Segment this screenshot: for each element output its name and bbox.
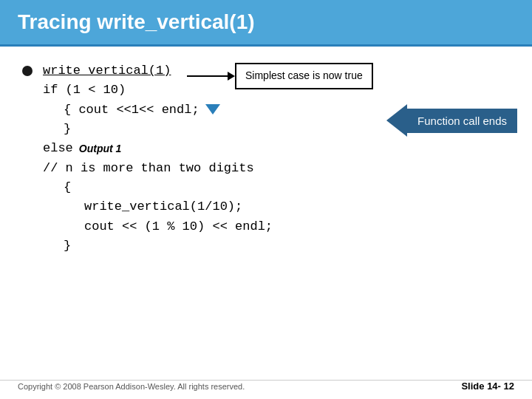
code-text-line7: { (64, 178, 71, 197)
callout-triangle (386, 104, 407, 137)
code-line-2: if (1 < 10) (43, 81, 273, 100)
code-line-6: // n is more than two digits (43, 159, 273, 178)
code-line-4: } (64, 120, 273, 139)
code-text-line4: } (64, 120, 71, 139)
down-arrow-icon (205, 104, 220, 115)
code-text-else: else (43, 139, 73, 158)
slide-content: write_vertical(1) Simplest case is now t… (0, 47, 532, 266)
func-callout-container: Function call ends (386, 104, 517, 137)
output-label: Output 1 (79, 141, 122, 157)
code-line-9: cout << (1 % 10) << endl; (84, 217, 273, 236)
code-shift: << endl; (139, 100, 200, 120)
slide-title: Tracing write_vertical(1) (18, 10, 514, 34)
func-callout-box: Function call ends (407, 109, 517, 133)
arrow-line (187, 75, 228, 77)
slide-footer: Copyright © 2008 Pearson Addison-Wesley.… (0, 380, 532, 392)
code-text-line2: if (1 < 10) (43, 81, 126, 100)
arrowhead (228, 72, 235, 81)
code-line-1: write_vertical(1) Simplest case is now t… (43, 61, 273, 81)
code-text-line9: cout << (1 % 10) << endl; (84, 217, 273, 236)
code-line-8: write_vertical(1/10); (84, 197, 273, 216)
bullet-point (22, 66, 33, 76)
code-text-line3: { cout << (64, 100, 132, 120)
code-text-line6: // n is more than two digits (43, 159, 254, 178)
bullet-row: write_vertical(1) Simplest case is now t… (22, 61, 510, 256)
code-line-10: } (64, 236, 273, 256)
code-text-line1: write_vertical(1) (43, 61, 171, 81)
code-text-line10: } (64, 236, 71, 256)
footer-copyright: Copyright © 2008 Pearson Addison-Wesley.… (18, 382, 245, 391)
footer-slide-number: Slide 14- 12 (461, 381, 514, 392)
slide: Tracing write_vertical(1) write_vertical… (0, 0, 532, 399)
code-line-3: { cout << 1 << endl; (64, 100, 273, 120)
slide-header: Tracing write_vertical(1) (0, 0, 532, 47)
code-number: 1 (132, 100, 139, 120)
code-text-line8: write_vertical(1/10); (84, 197, 242, 216)
code-line-7: { (64, 178, 273, 197)
code-block: write_vertical(1) Simplest case is now t… (43, 61, 273, 256)
code-line-5: else Output 1 (43, 139, 273, 158)
